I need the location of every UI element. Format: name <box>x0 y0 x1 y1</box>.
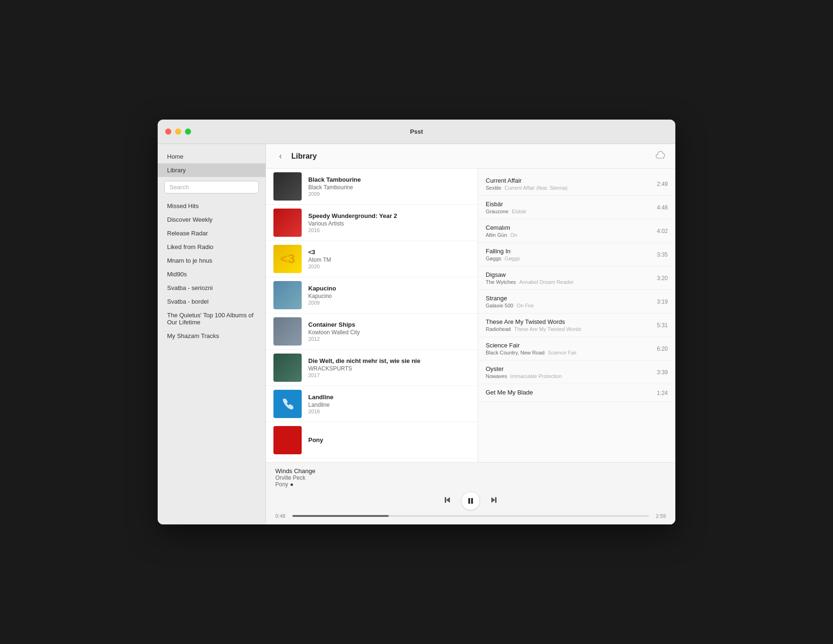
sidebar-item-discover-weekly[interactable]: Discover Weekly <box>158 213 265 226</box>
album-art <box>273 317 302 346</box>
player-album-row: Pony ● <box>275 481 315 488</box>
back-button[interactable]: ‹ <box>275 149 286 163</box>
sidebar-item-shazam[interactable]: My Shazam Tracks <box>158 329 265 343</box>
cloud-icon[interactable] <box>656 151 666 161</box>
progress-bar[interactable] <box>292 515 649 517</box>
next-button[interactable] <box>488 494 500 508</box>
album-art <box>273 426 302 454</box>
player-info: Winds Change Orville Peck Pony ● <box>275 467 666 488</box>
album-art <box>273 172 302 201</box>
track-info: Falling In Gøggs Gøggs <box>486 248 653 261</box>
track-info: Get Me My Blade <box>486 389 653 397</box>
progress-fill <box>292 515 389 517</box>
player-controls <box>275 491 666 510</box>
album-info: Die Welt, die nicht mehr ist, wie sie ni… <box>308 357 470 378</box>
album-row[interactable]: Container Ships Kowloon Walled City 2012 <box>266 314 478 350</box>
player-track-name: Winds Change <box>275 467 315 475</box>
album-art <box>273 354 302 382</box>
sidebar-search-container <box>164 181 259 193</box>
track-info: Strange Galaxie 500 On Fire <box>486 295 653 308</box>
player-album: Pony <box>275 481 288 488</box>
progress-row: 0:48 2:59 <box>275 513 666 519</box>
sidebar-item-missed-hits[interactable]: Missed Hits <box>158 199 265 213</box>
album-info: Landline Landline 2018 <box>308 394 470 414</box>
track-info: Science Fair Black Country, New Road Sci… <box>486 342 653 355</box>
svg-rect-1 <box>445 497 446 503</box>
album-info: Container Ships Kowloon Walled City 2012 <box>308 321 470 342</box>
svg-rect-2 <box>468 498 470 504</box>
search-input[interactable] <box>164 181 259 193</box>
titlebar: Psst <box>158 120 675 144</box>
main-header: ‹ Library <box>266 144 675 169</box>
pause-button[interactable] <box>461 491 480 510</box>
svg-rect-3 <box>471 498 473 504</box>
track-row[interactable]: Digsaw The Wytches Annabel Dream Reader … <box>478 266 675 290</box>
sidebar-item-svatba-seriozni[interactable]: Svatba - seriozni <box>158 281 265 295</box>
track-row[interactable]: Falling In Gøggs Gøggs 3:35 <box>478 243 675 266</box>
total-time: 2:59 <box>653 513 666 519</box>
track-row[interactable]: These Are My Twisted Words Radiohead The… <box>478 314 675 337</box>
album-row[interactable]: <3 <3 Atom TM 2020 <box>266 241 478 277</box>
track-row[interactable]: Cemalım Altin Gün On 4:02 <box>478 219 675 243</box>
album-info: Pony <box>308 436 470 444</box>
sidebar: Home Library Missed Hits Discover Weekly… <box>158 144 266 524</box>
disc-icon: ● <box>290 481 293 488</box>
sidebar-item-mid90s[interactable]: Mid90s <box>158 267 265 281</box>
player-artist: Orville Peck <box>275 475 315 481</box>
album-list: Black Tambourine Black Tambourine 2009 S… <box>266 169 478 462</box>
previous-button[interactable] <box>441 494 454 508</box>
tracks-panel: Current Affair Sextile Current Affair (f… <box>478 169 675 462</box>
track-info: Eisbär Grauzone Eisbär <box>486 201 653 214</box>
sidebar-item-mnam[interactable]: Mnam to je hnus <box>158 254 265 267</box>
minimize-button[interactable] <box>175 129 181 135</box>
album-art <box>273 281 302 309</box>
track-info: Oyster Nowaves Immaculate Protection <box>486 365 653 379</box>
track-row[interactable]: Strange Galaxie 500 On Fire 3:19 <box>478 290 675 314</box>
sidebar-item-quietus[interactable]: The Quietus' Top 100 Albums of Our Lifet… <box>158 308 265 329</box>
album-row[interactable]: Black Tambourine Black Tambourine 2009 <box>266 169 478 205</box>
sidebar-item-library[interactable]: Library <box>158 163 265 177</box>
album-info: Black Tambourine Black Tambourine 2009 <box>308 176 470 197</box>
track-row[interactable]: Get Me My Blade 1:24 <box>478 384 675 402</box>
current-time: 0:48 <box>275 513 288 519</box>
window-title: Psst <box>410 128 423 135</box>
album-info: <3 Atom TM 2020 <box>308 249 470 269</box>
track-info: These Are My Twisted Words Radiohead The… <box>486 318 653 332</box>
track-row[interactable]: Current Affair Sextile Current Affair (f… <box>478 172 675 196</box>
app-window: Psst Home Library Missed Hits Discover W… <box>158 120 675 524</box>
sidebar-item-svatba-bordel[interactable]: Svatba - bordel <box>158 295 265 308</box>
album-info: Speedy Wunderground: Year 2 Various Arti… <box>308 212 470 233</box>
album-art: <3 <box>273 245 302 273</box>
sidebar-item-release-radar[interactable]: Release Radar <box>158 226 265 240</box>
track-list: Current Affair Sextile Current Affair (f… <box>478 169 675 462</box>
traffic-lights <box>165 129 191 135</box>
close-button[interactable] <box>165 129 171 135</box>
maximize-button[interactable] <box>185 129 191 135</box>
track-row[interactable]: Oyster Nowaves Immaculate Protection 3:3… <box>478 361 675 384</box>
track-row[interactable]: Science Fair Black Country, New Road Sci… <box>478 337 675 361</box>
album-row[interactable]: Landline Landline 2018 <box>266 386 478 422</box>
svg-rect-5 <box>495 497 497 503</box>
track-info: Digsaw The Wytches Annabel Dream Reader <box>486 271 653 285</box>
player-bar: Winds Change Orville Peck Pony ● <box>266 462 675 524</box>
album-info: Kapucino Kapucino 2009 <box>308 285 470 306</box>
album-row[interactable]: Speedy Wunderground: Year 2 Various Arti… <box>266 205 478 241</box>
track-info: Current Affair Sextile Current Affair (f… <box>486 177 653 191</box>
svg-marker-4 <box>491 497 495 503</box>
track-info: Cemalım Altin Gün On <box>486 224 653 238</box>
sidebar-item-home[interactable]: Home <box>158 150 265 163</box>
album-art <box>273 209 302 237</box>
sidebar-item-liked-radio[interactable]: Liked from Radio <box>158 240 265 254</box>
album-row[interactable]: Pony <box>266 422 478 459</box>
main-content: ‹ Library Black Tambourine <box>266 144 675 524</box>
album-row[interactable]: Die Welt, die nicht mehr ist, wie sie ni… <box>266 350 478 386</box>
page-title: Library <box>291 152 656 161</box>
svg-marker-0 <box>446 497 450 503</box>
track-row[interactable]: Eisbär Grauzone Eisbär 4:48 <box>478 196 675 219</box>
album-art <box>273 390 302 418</box>
album-row[interactable]: Kapucino Kapucino 2009 <box>266 277 478 314</box>
app-body: Home Library Missed Hits Discover Weekly… <box>158 144 675 524</box>
